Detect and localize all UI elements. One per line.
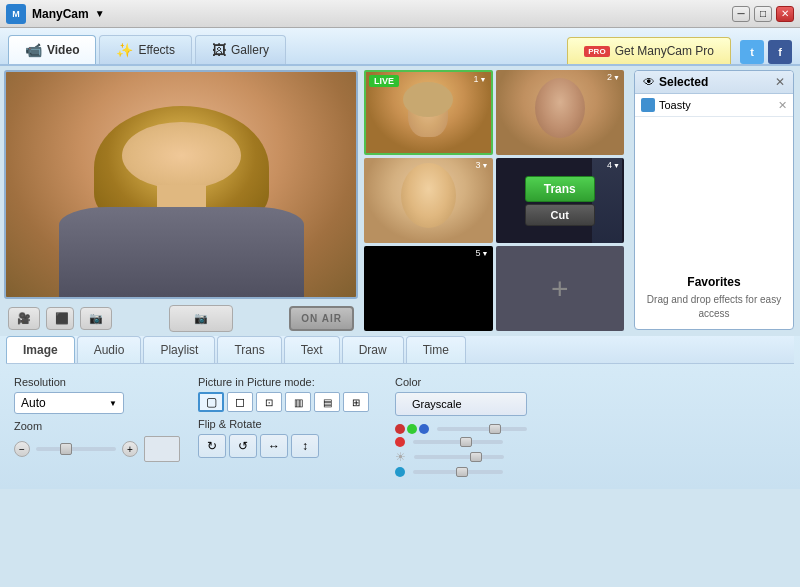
close-button[interactable]: ✕ [776, 6, 794, 22]
zoom-controls: − + [14, 436, 180, 462]
selected-item-thumb [641, 98, 655, 112]
btab-playlist[interactable]: Playlist [143, 336, 215, 363]
flip-buttons: ↻ ↺ ↔ ↕ [198, 434, 369, 458]
video-cell-3[interactable]: 3 ▼ [364, 158, 493, 243]
rotate-ccw-button[interactable]: ↺ [229, 434, 257, 458]
tab-effects[interactable]: ✨ Effects [99, 35, 191, 64]
blue-slider-thumb[interactable] [456, 467, 468, 477]
social-icons: t f [740, 40, 792, 64]
cell-number-3: 3 ▼ [476, 160, 489, 170]
cell-number-5: 5 ▼ [476, 248, 489, 258]
main-preview [4, 70, 358, 299]
video-grid: LIVE 1 ▼ 2 ▼ [364, 70, 624, 331]
preview-figure [6, 72, 356, 297]
zoom-preview [144, 436, 180, 462]
onair-button[interactable]: ON AIR [289, 306, 354, 331]
video-cell-1[interactable]: LIVE 1 ▼ [364, 70, 493, 155]
col-color: Color Grayscale [395, 376, 527, 477]
green-dot [407, 424, 417, 434]
flip-group: Flip & Rotate ↻ ↺ ↔ ↕ [198, 418, 369, 458]
blue-slider-row [395, 467, 527, 477]
btab-audio[interactable]: Audio [77, 336, 142, 363]
flip-horizontal-button[interactable]: ↔ [260, 434, 288, 458]
flip-vertical-button[interactable]: ↕ [291, 434, 319, 458]
maximize-button[interactable]: □ [754, 6, 772, 22]
selected-eye-icon: 👁 [643, 75, 655, 89]
btab-draw[interactable]: Draw [342, 336, 404, 363]
pip-split-v[interactable]: ▥ [285, 392, 311, 412]
rgb-slider-thumb[interactable] [489, 424, 501, 434]
pip-side[interactable]: ◻ [227, 392, 253, 412]
cut-button[interactable]: Cut [525, 204, 595, 226]
twitter-button[interactable]: t [740, 40, 764, 64]
col-resolution-zoom: Resolution Auto ▼ Zoom − + [14, 376, 180, 462]
video-cell-2[interactable]: 2 ▼ [496, 70, 625, 155]
main-content: 🎥 ⬛ 📷 📷 ON AIR LIVE 1 [0, 66, 800, 587]
pip-group: Picture in Picture mode: ▢ ◻ ⊡ ▥ ▤ ⊞ [198, 376, 369, 412]
btab-time[interactable]: Time [406, 336, 466, 363]
green-slider-thumb[interactable] [470, 452, 482, 462]
snapshot-button[interactable]: 📷 [169, 305, 233, 332]
pip-split-h[interactable]: ▤ [314, 392, 340, 412]
app-dropdown[interactable]: ▼ [95, 8, 105, 19]
red-slider-thumb[interactable] [460, 437, 472, 447]
rotate-cw-button[interactable]: ↻ [198, 434, 226, 458]
video-cell-4[interactable]: 4 ▼ Trans Cut [496, 158, 625, 243]
resolution-label: Resolution [14, 376, 180, 388]
minimize-button[interactable]: ─ [732, 6, 750, 22]
pip-single[interactable]: ▢ [198, 392, 224, 412]
favorites-section: Favorites Drag and drop effects for easy… [635, 267, 793, 329]
add-icon: + [551, 272, 569, 306]
zoom-slider-track [36, 447, 116, 451]
video-grid-container: LIVE 1 ▼ 2 ▼ [364, 70, 624, 332]
color-sliders: ☀ [395, 424, 527, 477]
video-tab-label: Video [47, 43, 79, 57]
pip-quad[interactable]: ⊞ [343, 392, 369, 412]
video-cell-5[interactable]: 5 ▼ [364, 246, 493, 331]
red-dot-2 [395, 437, 405, 447]
pip-mode-buttons: ▢ ◻ ⊡ ▥ ▤ ⊞ [198, 392, 369, 412]
pro-badge: PRO [584, 46, 609, 57]
camera-controls: 🎥 ⬛ 📷 📷 ON AIR [4, 305, 358, 332]
title-bar: M ManyCam ▼ ─ □ ✕ [0, 0, 800, 28]
zoom-minus-button[interactable]: − [14, 441, 30, 457]
blue-dot-2 [395, 467, 405, 477]
trans-button[interactable]: Trans [525, 176, 595, 202]
grayscale-button[interactable]: Grayscale [395, 392, 527, 416]
bottom-half: Image Audio Playlist Trans Text Draw Tim… [0, 336, 800, 489]
selected-close-icon[interactable]: ✕ [775, 75, 785, 89]
top-row: 🎥 ⬛ 📷 📷 ON AIR LIVE 1 [0, 66, 800, 336]
btab-image[interactable]: Image [6, 336, 75, 363]
red-dot [395, 424, 405, 434]
webcam-button[interactable]: 📷 [80, 307, 112, 330]
facebook-button[interactable]: f [768, 40, 792, 64]
pip-pip[interactable]: ⊡ [256, 392, 282, 412]
zoom-plus-button[interactable]: + [122, 441, 138, 457]
btab-text[interactable]: Text [284, 336, 340, 363]
color-label: Color [395, 376, 527, 388]
preview-body [59, 207, 304, 297]
favorites-title: Favorites [643, 275, 785, 289]
image-settings: Resolution Auto ▼ Zoom − + [6, 370, 794, 483]
tab-video[interactable]: 📹 Video [8, 35, 96, 64]
snapshot-icon: 📷 [194, 312, 208, 325]
favorites-description: Drag and drop effects for easy access [643, 293, 785, 321]
selected-item-remove[interactable]: ✕ [778, 99, 787, 112]
selected-item-label: Toasty [659, 99, 774, 111]
zoom-label: Zoom [14, 420, 180, 432]
resolution-dropdown[interactable]: Auto ▼ [14, 392, 124, 414]
selected-spacer [635, 117, 793, 267]
webcam-icon: 📷 [89, 312, 103, 325]
cell-arrow-1: ▼ [480, 76, 487, 83]
color-group: Color Grayscale [395, 376, 527, 416]
video-cell-add[interactable]: + [496, 246, 625, 331]
btab-trans[interactable]: Trans [217, 336, 281, 363]
tab-gallery[interactable]: 🖼 Gallery [195, 35, 286, 64]
bottom-tabs: Image Audio Playlist Trans Text Draw Tim… [6, 336, 794, 364]
app-name: ManyCam [32, 7, 89, 21]
video-record-button[interactable]: 🎥 [8, 307, 40, 330]
selected-title: Selected [659, 75, 708, 89]
zoom-slider-thumb[interactable] [60, 443, 72, 455]
tab-getpro[interactable]: PRO Get ManyCam Pro [567, 37, 731, 64]
effects-tab-icon: ✨ [116, 42, 133, 58]
